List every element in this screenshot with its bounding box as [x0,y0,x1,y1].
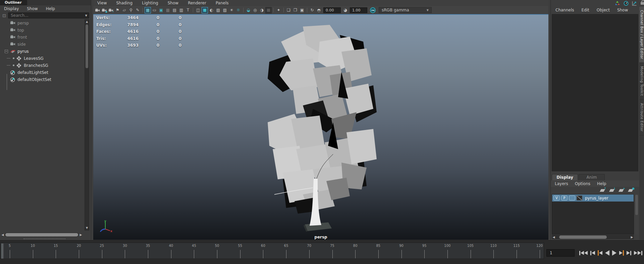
layer-tab-anim[interactable]: Anim [579,174,605,180]
outliner-horizontal-scrollbar[interactable]: ◀ ▶ [1,232,83,237]
multisample-anti-aliasing-icon[interactable]: ■ [265,7,272,13]
panel-resize-grip[interactable] [23,238,65,239]
scroll-down-icon[interactable]: ▼ [85,226,89,230]
create-layer-from-selected-icon[interactable]: ● [629,188,634,192]
character-set-icon[interactable] [615,1,621,6]
layer-horizontal-scrollbar[interactable]: ◀ ▶ [552,235,634,239]
channelbox-menu-object[interactable]: Object [596,7,610,13]
search-filter-icon[interactable]: ⊡ [2,13,7,18]
image-plane-icon[interactable]: ▱ [121,7,127,13]
outliner-item-persp[interactable]: persp [0,19,84,27]
play-backwards-button[interactable] [605,249,609,257]
contrast-icon[interactable]: ◕ [342,7,348,13]
layer-extra-toggle[interactable] [569,195,575,201]
layer-color-swatch[interactable] [577,195,582,201]
collapse-icon[interactable] [5,50,8,53]
side-tab-attribute-editor[interactable]: Attribute Editor [639,100,644,135]
graph-trend-icon[interactable] [632,1,637,6]
camera-attributes-icon[interactable]: + [108,7,114,13]
ambient-occlusion-icon[interactable]: ◑ [259,7,265,13]
scroll-left-icon[interactable]: ◀ [552,235,556,239]
wireframe-icon[interactable]: ◫ [195,7,201,13]
move-layer-up-icon[interactable]: ↑ [600,188,606,192]
outliner-item-defaultobjectset[interactable]: defaultObjectSet [0,76,84,83]
viewport-menu-panels[interactable]: Panels [215,0,229,6]
play-forward-button[interactable] [612,249,616,257]
grease-pencil-icon[interactable]: ✎ [135,7,141,13]
viewport-menu-renderer[interactable]: Renderer [187,0,207,6]
field-chart-icon[interactable]: ▤ [171,7,178,13]
scrollbar-thumb[interactable] [86,25,88,68]
pan-zoom-icon[interactable]: ⚲ [128,7,134,13]
outliner-tab[interactable]: Outliner [0,0,27,5]
viewport-canvas[interactable]: Verts:346400Edges:789400Faces:461600Tris… [93,14,548,240]
resolution-gate-icon[interactable]: ▣ [158,7,164,13]
smooth-shade-icon[interactable]: ■ [202,7,208,13]
step-forward-key-button[interactable] [619,249,624,257]
outliner-item-pyrus[interactable]: pyrus [0,48,84,55]
create-empty-layer-icon[interactable]: + [619,188,625,192]
channelbox-menu-show[interactable]: Show [616,7,629,13]
safe-action-icon[interactable]: ▥ [178,7,184,13]
layer-playback-toggle[interactable]: P [561,195,568,201]
use-default-material-icon[interactable]: ▧ [222,7,228,13]
outliner-item-branchessg[interactable]: BranchesSG [0,62,84,69]
outliner-item-side[interactable]: side [0,41,84,48]
gate-mask-icon[interactable]: ▩ [165,7,171,13]
outliner-search-input[interactable] [8,12,89,18]
layer-list-scrollbar[interactable] [635,194,638,234]
move-layer-down-icon[interactable]: ↓ [610,188,615,192]
step-forward-frame-button[interactable] [627,249,631,257]
lock-icon[interactable] [641,2,644,5]
scroll-left-icon[interactable]: ◀ [1,233,5,236]
outliner-item-top[interactable]: top [0,27,84,34]
channelbox-menu-channels[interactable]: Channels [555,7,575,13]
viewport-menu-shading[interactable]: Shading [115,0,133,6]
lighting-refresh-icon[interactable]: ↻ [309,7,315,13]
step-back-key-button[interactable] [598,249,602,257]
channelbox-menu-edit[interactable]: Edit [581,7,590,13]
outliner-vertical-scrollbar[interactable]: ▲ ▼ [85,19,89,230]
depth-of-field-icon[interactable]: ◎ [252,7,258,13]
xray-icon[interactable]: ❏ [285,7,292,13]
toolbar-gamma-field[interactable] [350,7,367,13]
all-lights-icon[interactable]: ☀ [228,7,235,13]
bookmark-icon[interactable]: ⚑ [114,7,121,13]
layer-visible-toggle[interactable]: V [553,195,560,201]
evaluation-gauge-icon[interactable] [623,1,629,6]
isolate-select-icon[interactable]: ✦ [275,7,282,13]
current-frame-marker[interactable] [2,244,4,259]
grid-icon[interactable]: ▦ [145,7,151,13]
viewport-menu-lighting[interactable]: Lighting [141,0,159,6]
current-frame-field[interactable] [546,249,575,257]
outliner-menu-show[interactable]: Show [26,6,38,12]
go-to-start-button[interactable] [579,249,588,257]
colorspace-dropdown[interactable]: sRGB gamma▼ [379,7,432,13]
side-tab-channel-box-layer-editor[interactable]: Channel Box / Layer Editor [639,7,644,63]
outliner-menu-display[interactable]: Display [3,6,19,12]
time-slider-track[interactable]: 5101520253035404550556065707580859095100… [0,243,544,259]
scroll-right-icon[interactable]: ▶ [630,235,634,239]
layer-row-pyrus-layer[interactable]: VPpyrus_layer [552,194,634,202]
layer-menu-options[interactable]: Options [574,181,591,187]
viewport-menu-show[interactable]: Show [167,0,179,6]
outliner-item-front[interactable]: front [0,34,84,41]
toolbar-exposure-field[interactable] [323,7,341,13]
outliner-item-leavessg[interactable]: LeavesSG [0,55,84,62]
layer-tab-display[interactable]: Display [552,174,578,180]
wireframe-on-shaded-icon[interactable]: ◐ [208,7,215,13]
side-tab-modeling-toolkit[interactable]: Modeling Toolkit [639,63,644,100]
lock-camera-icon[interactable]: ● [101,7,107,13]
tree-model[interactable] [263,21,380,236]
scrollbar-thumb[interactable] [559,235,607,239]
select-camera-icon[interactable] [94,7,101,13]
shadows-icon[interactable]: ◒ [245,7,252,13]
outliner-menu-help[interactable]: Help [45,6,56,12]
layer-menu-layers[interactable]: Layers [554,181,569,187]
xray-joints-icon[interactable]: ▣ [299,7,305,13]
go-to-end-button[interactable] [634,249,642,257]
scroll-up-icon[interactable]: ▲ [85,20,89,24]
step-back-frame-button[interactable] [590,249,595,257]
flat-lighting-icon[interactable]: ☼ [235,7,241,13]
film-gate-icon[interactable]: ▭ [151,7,158,13]
